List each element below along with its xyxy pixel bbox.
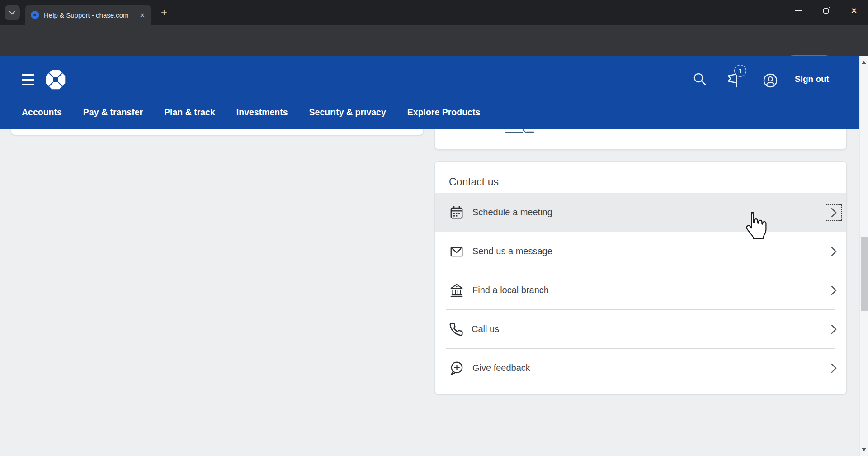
profile-icon [762, 72, 778, 89]
nav-item-investments[interactable]: Investments [236, 107, 288, 118]
notifications-button[interactable]: 1 [725, 71, 743, 90]
notification-badge: 1 [734, 65, 746, 77]
list-item-give-feedback[interactable]: Give feedback [435, 349, 846, 387]
list-item-call-us[interactable]: Call us [435, 310, 846, 348]
mail-icon [449, 244, 464, 259]
tab-strip: Help & Support - chase.com ✕ + ✕ [0, 0, 868, 25]
chase-favicon-icon [30, 10, 39, 19]
main-navigation: Accounts Pay & transfer Plan & track Inv… [22, 107, 480, 118]
browser-tab[interactable]: Help & Support - chase.com ✕ [25, 5, 151, 25]
chevron-right-icon [831, 285, 837, 295]
list-item-label: Schedule a meeting [472, 207, 552, 218]
chevron-box[interactable] [826, 282, 842, 299]
page-content: Contact us Schedule a meeting Send us a … [0, 129, 859, 456]
list-item-label: Find a local branch [472, 285, 549, 295]
list-item-label: Call us [472, 324, 499, 334]
contact-us-card: Contact us Schedule a meeting Send us a … [434, 162, 847, 394]
profile-button[interactable] [762, 72, 778, 90]
nav-item-accounts[interactable]: Accounts [22, 107, 62, 118]
tab-search-button[interactable] [5, 5, 20, 20]
minimize-button[interactable] [784, 0, 812, 22]
contact-card-title: Contact us [449, 176, 499, 188]
chevron-box[interactable] [826, 243, 842, 260]
chevron-right-icon [831, 247, 837, 256]
close-tab-icon[interactable]: ✕ [138, 11, 146, 19]
truncated-link-fragment[interactable] [505, 129, 534, 134]
scrollbar-thumb[interactable] [861, 237, 868, 311]
chevron-right-icon [831, 208, 837, 218]
nav-item-explore-products[interactable]: Explore Products [407, 107, 480, 118]
list-item-label: Send us a message [472, 246, 552, 256]
close-window-icon: ✕ [850, 7, 857, 15]
minimize-icon [795, 10, 802, 11]
search-button[interactable] [692, 71, 708, 89]
list-item-schedule-meeting[interactable]: Schedule a meeting [435, 193, 846, 232]
restore-icon [823, 8, 829, 14]
tab-title: Help & Support - chase.com [44, 11, 134, 19]
new-tab-button[interactable]: + [157, 6, 171, 20]
nav-item-plan-track[interactable]: Plan & track [164, 107, 215, 118]
partial-card-top-right [434, 129, 847, 150]
maximize-button[interactable] [812, 0, 840, 22]
site-header: 1 Sign out Accounts Pay & transfer Plan … [0, 56, 859, 129]
chevron-focus-box[interactable] [826, 204, 842, 221]
nav-item-pay-transfer[interactable]: Pay & transfer [83, 107, 143, 118]
calendar-icon [449, 205, 464, 220]
chevron-box[interactable] [826, 360, 842, 376]
browser-toolbar: secure.chase.com/web/auth/dashboard#/das… [0, 25, 868, 56]
sign-out-link[interactable]: Sign out [795, 74, 829, 84]
list-item-send-message[interactable]: Send us a message [435, 232, 846, 271]
partial-card-left [11, 129, 424, 135]
window-controls: ✕ [784, 0, 868, 22]
hamburger-menu-button[interactable] [22, 74, 34, 85]
chevron-box[interactable] [826, 321, 842, 337]
chase-logo-icon[interactable] [45, 69, 66, 90]
search-icon [692, 71, 708, 87]
close-window-button[interactable]: ✕ [840, 0, 868, 22]
phone-icon [449, 322, 463, 337]
chevron-down-icon [9, 11, 15, 15]
list-item-label: Give feedback [472, 363, 530, 373]
chevron-right-icon [831, 324, 837, 334]
feedback-icon [449, 361, 464, 376]
bank-icon [449, 283, 464, 298]
nav-item-security-privacy[interactable]: Security & privacy [309, 107, 386, 118]
list-item-find-branch[interactable]: Find a local branch [435, 271, 846, 309]
chevron-right-icon [831, 363, 837, 373]
scrollbar-down-arrow-icon[interactable] [862, 448, 866, 451]
page-scrollbar[interactable] [859, 56, 868, 456]
scrollbar-up-arrow-icon[interactable] [862, 61, 866, 64]
contact-options-list: Schedule a meeting Send us a message [435, 193, 846, 387]
browser-window: Help & Support - chase.com ✕ + ✕ secure.… [0, 0, 868, 456]
